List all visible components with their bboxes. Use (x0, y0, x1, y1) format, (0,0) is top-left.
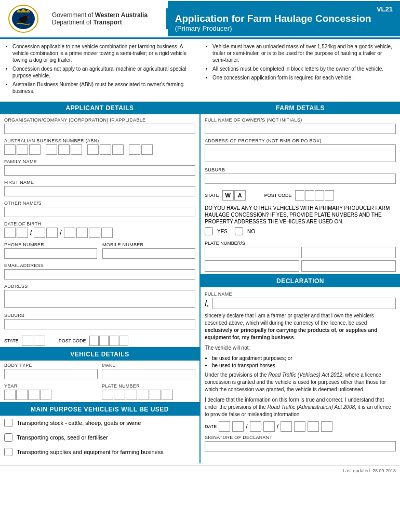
vplate-box-3[interactable] (126, 390, 137, 400)
farm-plate-input-3[interactable] (205, 260, 299, 272)
year-box-3[interactable] (28, 390, 39, 400)
other-names-input[interactable] (4, 207, 195, 217)
farm-plate-input-1[interactable] (205, 247, 299, 258)
address-input[interactable] (4, 290, 195, 308)
email-label: EMAIL ADDRESS (4, 263, 195, 268)
vplate-box-5[interactable] (150, 390, 161, 400)
org-input[interactable] (4, 124, 195, 134)
farm-post-box-4[interactable] (325, 190, 334, 201)
farm-post-box-2[interactable] (305, 190, 314, 201)
make-input[interactable] (102, 369, 195, 379)
first-name-input[interactable] (4, 186, 195, 196)
body-type-input[interactable] (4, 369, 98, 379)
year-box-2[interactable] (16, 390, 28, 400)
abn-box-3[interactable] (29, 144, 41, 155)
farm-post-box-3[interactable] (315, 190, 324, 201)
year-box-1[interactable] (4, 390, 16, 400)
post-box-2[interactable] (99, 336, 109, 346)
date-row: DATE / / (205, 421, 396, 432)
date-d1[interactable] (219, 421, 230, 432)
date-y2[interactable] (294, 421, 305, 432)
farm-plate-input-4[interactable] (301, 260, 396, 272)
declaration-name-input[interactable] (212, 298, 396, 309)
date-m1[interactable] (250, 421, 261, 432)
abn-box-8[interactable] (100, 144, 111, 155)
year-box-4[interactable] (40, 390, 51, 400)
date-y4[interactable] (321, 421, 332, 432)
yes-checkbox[interactable] (205, 227, 213, 235)
abn-box-4[interactable] (46, 144, 57, 155)
purpose-checkbox-1[interactable] (4, 419, 12, 427)
farm-postcode-label: POST CODE (264, 193, 292, 198)
dob-y2[interactable] (76, 228, 88, 238)
purpose-checkbox-3[interactable] (4, 448, 12, 456)
farm-suburb-label: SUBURB (205, 167, 396, 172)
dob-field-group: DATE OF BIRTH / / (0, 218, 199, 239)
state-box-2[interactable] (34, 336, 45, 346)
property-address-input[interactable] (205, 144, 396, 162)
dob-y1[interactable] (64, 228, 75, 238)
email-input[interactable] (4, 269, 195, 280)
org-label: ORGANISATION/COMPANY (CORPORATION) IF AP… (4, 117, 195, 123)
abn-box-9[interactable] (112, 144, 124, 155)
dob-y3[interactable] (89, 228, 100, 238)
mobile-input[interactable] (102, 248, 195, 259)
abn-box-5[interactable] (58, 144, 70, 155)
no-checkbox[interactable] (235, 227, 243, 235)
abn-box-10[interactable] (129, 144, 140, 155)
dob-label: DATE OF BIRTH (4, 221, 195, 227)
dob-m2[interactable] (46, 228, 58, 238)
main-layout: APPLICANT DETAILS ORGANISATION/COMPANY (… (0, 101, 400, 463)
plate-numbers-label: PLATE NUMBER/S (205, 241, 396, 246)
dob-d1[interactable] (4, 228, 16, 238)
state-box-1[interactable] (22, 336, 33, 346)
farm-postcode-boxes (295, 190, 334, 201)
vplate-box-4[interactable] (138, 390, 149, 400)
full-name-decl-label: FULL NAME (205, 291, 396, 297)
vplate-box-6[interactable] (162, 390, 173, 400)
intro-bullet-3: Australian Business Number (ABN) must be… (12, 81, 195, 95)
family-name-input[interactable] (4, 165, 195, 176)
intro-bullet-6: One concession application form is requi… (212, 74, 395, 81)
applicant-section-header: APPLICANT DETAILS (0, 102, 199, 114)
family-name-label: FAMILY NAME (4, 159, 195, 164)
purpose-checkbox-2[interactable] (4, 433, 12, 442)
dob-y4[interactable] (101, 228, 113, 238)
first-name-label: FIRST NAME (4, 180, 195, 185)
abn-box-1[interactable] (4, 144, 16, 155)
owner-input[interactable] (205, 124, 396, 134)
signature-input[interactable] (205, 441, 396, 451)
post-box-4[interactable] (119, 336, 128, 346)
form-code: VL21 (175, 5, 393, 13)
vplate-box-2[interactable] (114, 390, 125, 400)
purpose-option-2: Transporting crops, seed or fertiliser (0, 430, 199, 445)
farm-post-box-1[interactable] (295, 190, 304, 201)
body-type-label: BODY TYPE (4, 363, 98, 368)
abn-box-6[interactable] (71, 144, 82, 155)
suburb-input[interactable] (4, 319, 195, 329)
vehicle-section: VEHICLE DETAILS BODY TYPE MAKE YEAR (0, 347, 199, 402)
farm-plate-input-2[interactable] (301, 247, 396, 258)
abn-sep-1 (42, 144, 45, 155)
plate-group: PLATE NUMBER (102, 383, 195, 400)
phone-group: PHONE NUMBER (4, 242, 97, 259)
dob-d2[interactable] (17, 228, 28, 238)
abn-box-11[interactable] (141, 144, 153, 155)
post-box-3[interactable] (109, 336, 118, 346)
date-m2[interactable] (263, 421, 275, 432)
date-y1[interactable] (281, 421, 292, 432)
date-d2[interactable] (232, 421, 244, 432)
abn-box-7[interactable] (87, 144, 99, 155)
farm-suburb-input[interactable] (205, 174, 396, 184)
yes-no-row: YES NO (205, 227, 396, 235)
date-sep-2: / (277, 423, 278, 430)
dob-m1[interactable] (34, 228, 45, 238)
property-address-group: ADDRESS OF PROPERTY (NOT RMB OR PO BOX) (201, 135, 400, 164)
vplate-box-1[interactable] (102, 390, 113, 400)
abn-box-2[interactable] (17, 144, 28, 155)
declaration-section-header: DECLARATION (201, 275, 400, 287)
post-box-1[interactable] (89, 336, 99, 346)
date-y3[interactable] (308, 421, 319, 432)
phone-input[interactable] (4, 248, 97, 259)
abn-sep-2 (83, 144, 86, 155)
